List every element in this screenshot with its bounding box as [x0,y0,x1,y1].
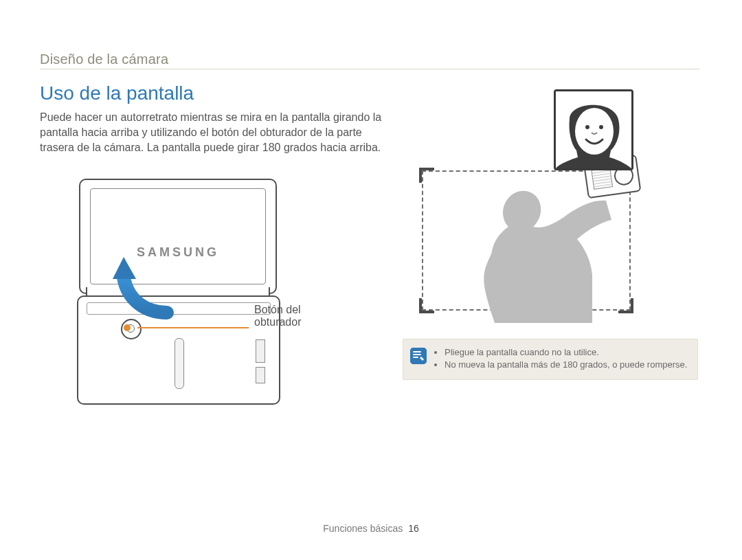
port-usb [256,367,265,383]
body-paragraph: Puede hacer un autorretrato mientras se … [40,110,383,155]
camera-illustration: SAMSUNG [76,179,289,412]
svg-rect-5 [410,348,427,364]
note-list: Pliegue la pantalla cuando no la utilice… [435,346,689,371]
person-silhouette-icon [433,179,639,323]
port-hdmi [256,339,265,363]
frame-corner-icon [419,168,434,183]
frame-corner-icon [419,298,434,313]
selfie-illustration [412,89,687,323]
note-item: No mueva la pantalla más de 180 grados, … [445,359,689,371]
footer-section: Funciones básicas [323,523,403,534]
divider [40,69,699,69]
note-icon [410,348,427,364]
page-footer: Funciones básicas 16 [0,523,742,534]
manual-page: Diseño de la cámara Uso de la pantalla P… [0,0,742,560]
page-number: 16 [408,523,419,534]
svg-point-2 [575,108,614,155]
svg-point-4 [599,125,603,129]
note-item: Pliegue la pantalla cuando no la utilice… [445,346,689,359]
svg-marker-0 [113,257,136,279]
camera-center-slot [175,338,184,389]
section-title: Uso de la pantalla [40,82,194,104]
result-photo-frame [554,89,633,170]
rotate-arrow-icon [109,247,184,323]
portrait-face-icon [556,91,631,168]
breadcrumb: Diseño de la cámara [40,52,168,67]
svg-point-3 [585,125,589,129]
note-box: Pliegue la pantalla cuando no la utilice… [403,339,698,380]
